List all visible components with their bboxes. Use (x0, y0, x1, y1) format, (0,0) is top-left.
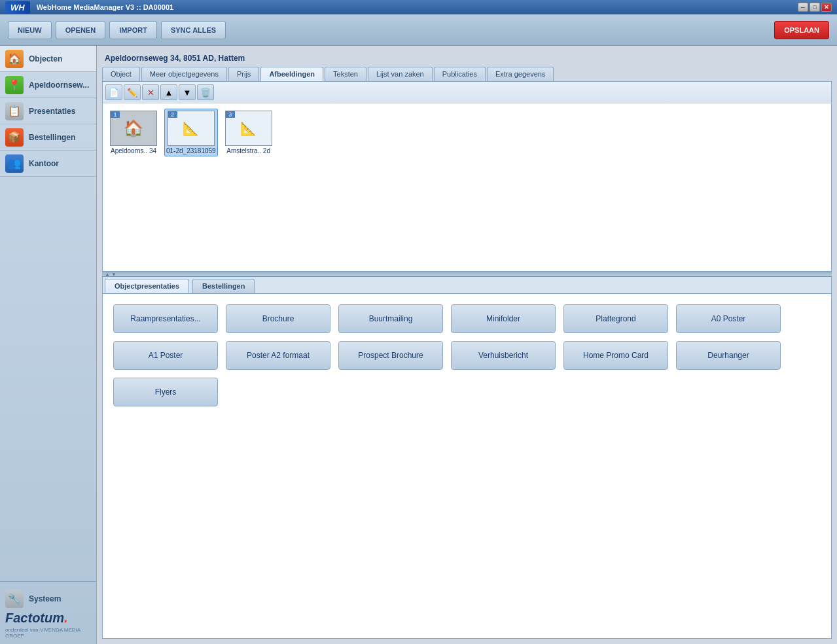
tab-afbeeldingen[interactable]: Afbeeldingen (260, 67, 323, 81)
sidebar-item-apeldoornsew[interactable]: 📍 Apeldoornsew... (0, 72, 96, 98)
pres-btn-raampresentaties[interactable]: Raampresentaties... (113, 304, 218, 333)
pres-btn-plattegrond[interactable]: Plattegrond (563, 304, 668, 333)
image-number-1: 1 (111, 111, 120, 118)
apeldoornsew-icon: 📍 (5, 76, 24, 94)
factotum-logo: Factotum. (5, 611, 91, 626)
folder-button[interactable]: 🗑️ (197, 84, 214, 100)
sidebar-item-kantoor-label: Kantoor (29, 159, 59, 168)
address-bar: Apeldoornseweg 34, 8051 AD, Hattem (102, 51, 832, 67)
nieuw-button[interactable]: NIEUW (8, 21, 52, 39)
sidebar-item-presentaties-label: Presentaties (29, 107, 75, 116)
pres-btn-flyers[interactable]: Flyers (113, 378, 218, 406)
systeem-item[interactable]: 🔧 Systeem (5, 587, 91, 611)
image-toolbar: 📄 ✏️ ✕ ▲ ▼ 🗑️ (103, 82, 831, 103)
sync-alles-button[interactable]: SYNC ALLES (161, 21, 226, 39)
image-item-2[interactable]: 2 01-2d_23181059 (164, 109, 218, 156)
titlebar: WH WebHome MediaManager V3 :: DA00001 ─ … (0, 0, 837, 14)
move-up-button[interactable]: ▲ (160, 84, 177, 100)
image-number-2: 2 (168, 111, 177, 118)
pres-btn-a0poster[interactable]: A0 Poster (676, 304, 781, 333)
delete-image-button[interactable]: ✕ (142, 84, 159, 100)
tab-bestellingen-bottom[interactable]: Bestellingen (192, 279, 255, 293)
image-grid: 1 Apeldoorns.. 34 2 01-2d_23181059 (103, 103, 831, 271)
titlebar-controls: ─ □ ✕ (798, 3, 832, 12)
pres-btn-buurtmailing[interactable]: Buurtmailing (338, 304, 443, 333)
pres-btn-minifolder[interactable]: Minifolder (451, 304, 556, 333)
pres-btn-deurhanger[interactable]: Deurhanger (676, 341, 781, 370)
bottom-tabs: Objectpresentaties Bestellingen (103, 277, 831, 294)
image-item-3[interactable]: 3 Amstelstra.. 2d (223, 109, 274, 156)
titlebar-text: WebHome MediaManager V3 :: DA00001 (37, 3, 173, 11)
openen-button[interactable]: OPENEN (56, 21, 105, 39)
tab-extra-gegevens[interactable]: Extra gegevens (487, 67, 554, 81)
opslaan-button[interactable]: OPSLAAN (774, 21, 829, 39)
main-panel: Apeldoornseweg 34, 8051 AD, Hattem Objec… (97, 46, 837, 644)
pres-btn-verhuisbericht[interactable]: Verhuisbericht (451, 341, 556, 370)
objecten-icon: 🏠 (5, 50, 24, 68)
sidebar-item-presentaties[interactable]: 📋 Presentaties (0, 98, 96, 124)
image-thumb-2: 2 (168, 111, 215, 146)
tab-teksten[interactable]: Teksten (325, 67, 366, 81)
image-thumb-3: 3 (225, 111, 272, 146)
bestellingen-icon: 📦 (5, 128, 24, 147)
tab-meer-objectgegevens[interactable]: Meer objectgegevens (141, 67, 227, 81)
factotum-subtitle: onderdeel van VIVENDA MEDIA GROEP (5, 627, 91, 639)
pres-btn-poster-a2[interactable]: Poster A2 formaat (226, 341, 330, 370)
move-down-button[interactable]: ▼ (179, 84, 196, 100)
pres-btn-brochure[interactable]: Brochure (226, 304, 330, 333)
bottom-panel: Objectpresentaties Bestellingen Raampres… (102, 277, 832, 639)
sidebar-item-objecten-label: Objecten (29, 54, 62, 63)
pres-btn-a1poster[interactable]: A1 Poster (113, 341, 218, 370)
sidebar-item-bestellingen[interactable]: 📦 Bestellingen (0, 124, 96, 151)
pres-btn-prospect-brochure[interactable]: Prospect Brochure (338, 341, 443, 370)
presentaties-icon: 📋 (5, 102, 24, 120)
tab-lijst-van-zaken[interactable]: Lijst van zaken (368, 67, 433, 81)
minimize-button[interactable]: ─ (798, 3, 808, 12)
tab-publicaties[interactable]: Publicaties (434, 67, 486, 81)
presentation-content: Raampresentaties... Brochure Buurtmailin… (103, 294, 831, 417)
resize-divider[interactable]: ▲ ▼ (102, 272, 832, 277)
titlebar-title: WH WebHome MediaManager V3 :: DA00001 (5, 1, 173, 14)
sidebar-footer: 🔧 Systeem Factotum. onderdeel van VIVEND… (0, 581, 96, 644)
image-label-1: Apeldoorns.. 34 (111, 147, 156, 154)
app: NIEUW OPENEN IMPORT SYNC ALLES OPSLAAN 🏠… (0, 14, 837, 644)
app-logo: WH (5, 1, 30, 14)
systeem-label: Systeem (29, 594, 61, 603)
image-thumb-1: 1 (110, 111, 157, 146)
maximize-button[interactable]: □ (810, 3, 820, 12)
import-button[interactable]: IMPORT (109, 21, 157, 39)
kantoor-icon: 👥 (5, 154, 24, 173)
image-label-3: Amstelstra.. 2d (226, 147, 270, 154)
edit-image-button[interactable]: ✏️ (124, 84, 141, 100)
image-panel: 📄 ✏️ ✕ ▲ ▼ 🗑️ 1 Apeldoorns.. 34 (102, 82, 832, 272)
tabs-container: Object Meer objectgegevens Prijs Afbeeld… (102, 67, 832, 82)
sidebar-item-bestellingen-label: Bestellingen (29, 133, 75, 142)
close-button[interactable]: ✕ (821, 3, 832, 12)
sidebar-item-kantoor[interactable]: 👥 Kantoor (0, 151, 96, 177)
tab-object[interactable]: Object (102, 67, 140, 81)
image-label-2: 01-2d_23181059 (166, 147, 216, 154)
sidebar-item-objecten[interactable]: 🏠 Objecten (0, 46, 96, 72)
image-number-3: 3 (226, 111, 235, 118)
sidebar-item-apeldoornsew-label: Apeldoornsew... (29, 80, 89, 90)
add-image-button[interactable]: 📄 (105, 84, 122, 100)
systeem-icon: 🔧 (5, 590, 24, 608)
image-item-1[interactable]: 1 Apeldoorns.. 34 (108, 109, 159, 156)
tab-prijs[interactable]: Prijs (228, 67, 259, 81)
content: 🏠 Objecten 📍 Apeldoornsew... 📋 Presentat… (0, 46, 837, 644)
pres-btn-home-promo-card[interactable]: Home Promo Card (563, 341, 668, 370)
tab-objectpresentaties[interactable]: Objectpresentaties (105, 279, 189, 293)
toolbar: NIEUW OPENEN IMPORT SYNC ALLES OPSLAAN (0, 14, 837, 46)
sidebar: 🏠 Objecten 📍 Apeldoornsew... 📋 Presentat… (0, 46, 97, 644)
